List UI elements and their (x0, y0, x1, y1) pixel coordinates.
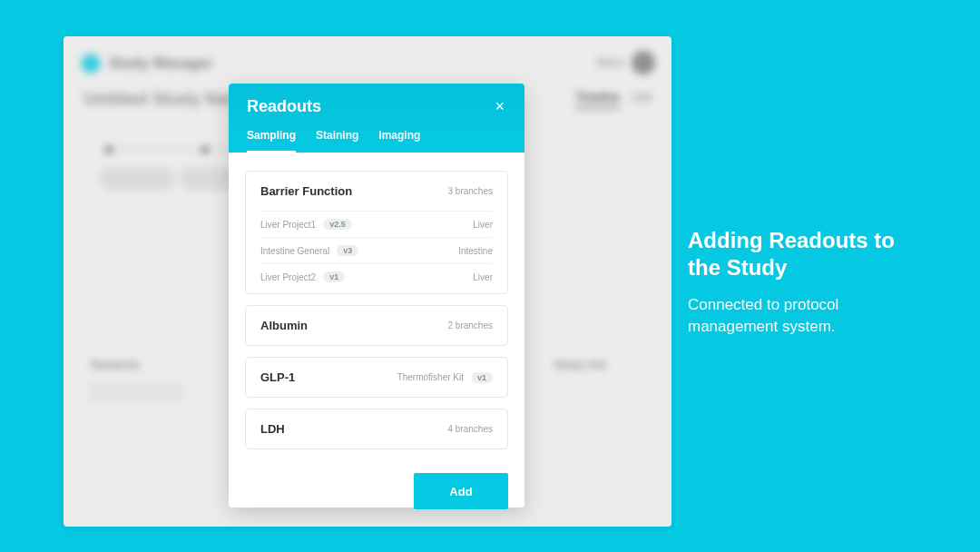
readout-pill[interactable] (87, 381, 187, 403)
branch-row[interactable]: Intestine General v3 Intestine (260, 237, 493, 263)
modal-header: Readouts × Sampling Staining Imaging (229, 84, 524, 153)
avatar[interactable] (632, 51, 655, 74)
app-logo-icon (80, 53, 102, 74)
version-badge: v1 (323, 271, 345, 282)
readout-card-ldh[interactable]: LDH 4 branches (245, 409, 508, 449)
branch-tag: Liver (473, 272, 493, 282)
tab-staining[interactable]: Staining (316, 129, 358, 153)
section-readouts-label: Readouts (91, 359, 141, 371)
modal-title: Readouts (247, 97, 321, 116)
app-name: Study Manager (109, 55, 213, 72)
document-title: Untitled Study Name (83, 89, 252, 109)
branch-name: Liver Project1 (260, 220, 316, 230)
close-icon[interactable]: × (491, 96, 508, 116)
timeline-chip[interactable] (100, 168, 174, 190)
caption-title: Adding Readouts to the Study (688, 227, 924, 281)
branch-row[interactable]: Liver Project1 v2.5 Liver (260, 211, 493, 237)
modal-tabs: Sampling Staining Imaging (247, 129, 508, 153)
branch-name: Intestine General (260, 246, 329, 256)
view-tabs: Timeline List (575, 91, 652, 109)
version-badge: v2.5 (323, 219, 352, 230)
tab-imaging[interactable]: Imaging (378, 129, 420, 153)
readout-meta: 3 branches (448, 186, 493, 196)
kit-name: Thermofisher Kit (397, 372, 464, 382)
page-caption: Adding Readouts to the Study Connected t… (688, 227, 924, 338)
add-button[interactable]: Add (414, 473, 508, 509)
menu-label: Menu (597, 56, 624, 69)
readout-title: Albumin (260, 319, 308, 332)
branch-row[interactable]: Liver Project2 v1 Liver (260, 263, 493, 290)
caption-subtitle: Connected to protocol management system. (688, 294, 924, 338)
tab-timeline[interactable]: Timeline (575, 91, 619, 109)
modal-body: Barrier Function 3 branches Liver Projec… (229, 153, 524, 473)
readout-card-barrier-function[interactable]: Barrier Function 3 branches Liver Projec… (245, 171, 508, 294)
readout-card-albumin[interactable]: Albumin 2 branches (245, 305, 508, 346)
section-studyinfo-label: Study Info (554, 359, 607, 371)
tab-list[interactable]: List (632, 91, 652, 109)
readout-title: LDH (260, 422, 285, 436)
modal-footer: Add (229, 473, 524, 508)
tab-sampling[interactable]: Sampling (247, 129, 296, 153)
readouts-modal: Readouts × Sampling Staining Imaging Bar… (229, 84, 524, 508)
branch-name: Liver Project2 (260, 272, 316, 282)
branch-tag: Intestine (458, 246, 493, 256)
readout-meta: 2 branches (448, 320, 493, 330)
readout-meta: 4 branches (448, 424, 493, 434)
version-badge: v1 (471, 372, 493, 383)
app-window: Study Manager Menu Untitled Study Name T… (64, 36, 671, 527)
branch-list: Liver Project1 v2.5 Liver Intestine Gene… (246, 211, 507, 290)
readout-title: GLP-1 (260, 370, 295, 384)
branch-tag: Liver (473, 220, 493, 230)
version-badge: v3 (337, 245, 358, 256)
readout-card-glp1[interactable]: GLP-1 Thermofisher Kit v1 (245, 357, 508, 398)
readout-title: Barrier Function (260, 184, 352, 198)
readout-kit: Thermofisher Kit v1 (397, 372, 493, 383)
